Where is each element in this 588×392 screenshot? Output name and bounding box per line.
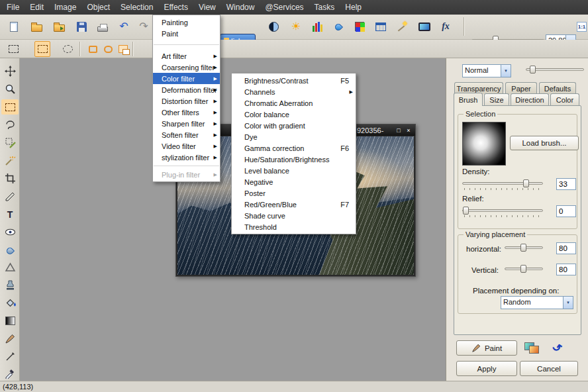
menu-item-video-filter[interactable]: Video filter▶ xyxy=(153,140,220,152)
magic-effect-button[interactable] xyxy=(393,18,411,35)
load-brush-button[interactable]: Load brush... xyxy=(510,136,579,150)
text-tool-button[interactable]: T xyxy=(1,207,19,222)
screen-view-button[interactable] xyxy=(416,18,433,35)
submenu-item-brightness-contrast[interactable]: Brightness/ContrastF5 xyxy=(232,75,356,86)
tab-direction[interactable]: Direction xyxy=(511,93,549,106)
menu-selection[interactable]: Selection xyxy=(115,0,158,15)
menu-item-painting[interactable]: Painting xyxy=(153,17,220,28)
restore-window-button[interactable]: □ xyxy=(394,126,403,134)
brush-tool-button[interactable] xyxy=(1,331,19,346)
paint-button[interactable]: Paint xyxy=(456,340,517,356)
crop-tool-button[interactable] xyxy=(1,171,19,186)
pen-tool-button[interactable] xyxy=(1,349,19,364)
rect-selection-mode-button[interactable] xyxy=(5,41,21,57)
gradient-tool-button[interactable] xyxy=(1,313,19,328)
selection-brush-tool-button[interactable] xyxy=(1,135,19,150)
save-button[interactable] xyxy=(73,18,90,35)
tab-paper[interactable]: Paper xyxy=(505,82,537,94)
placement-dropdown-arrow-icon[interactable]: ▼ xyxy=(563,297,573,309)
relief-input[interactable] xyxy=(556,205,576,217)
menu-object[interactable]: Object xyxy=(81,0,115,15)
menu-window[interactable]: Window xyxy=(221,0,260,15)
density-input[interactable] xyxy=(556,178,576,190)
submenu-item-hue-saturation-brightness[interactable]: Hue/Saturation/Brightness xyxy=(232,154,356,165)
menu-image[interactable]: Image xyxy=(49,0,81,15)
shape-option-1-button[interactable] xyxy=(85,41,101,57)
horizontal-slider-thumb[interactable] xyxy=(520,244,526,252)
menu-item-art-filter[interactable]: Art filter▶ xyxy=(153,50,220,62)
lasso-tool-button[interactable] xyxy=(1,117,19,132)
fill-tool-button[interactable] xyxy=(1,295,19,311)
table-button[interactable] xyxy=(372,18,389,35)
open-file-button[interactable] xyxy=(28,18,45,35)
close-window-button[interactable]: × xyxy=(404,126,413,134)
menu-item-deformation-filter[interactable]: Deformation filter▶ xyxy=(153,84,220,95)
density-slider[interactable] xyxy=(462,179,543,190)
submenu-item-dye[interactable]: Dye xyxy=(232,131,356,142)
color-drop-button[interactable] xyxy=(330,18,347,35)
density-slider-thumb[interactable] xyxy=(523,179,529,187)
horizontal-input[interactable] xyxy=(556,242,576,254)
menu-item-paint[interactable]: Paint xyxy=(153,28,220,39)
histogram-button[interactable] xyxy=(309,18,326,35)
shape-option-2-button[interactable] xyxy=(100,41,116,57)
menu-item-other-filters[interactable]: Other filters▶ xyxy=(153,107,220,118)
rect-select-tool-button[interactable] xyxy=(1,99,19,115)
effects-browser-button[interactable]: fx xyxy=(437,18,454,35)
submenu-item-gamma-correction[interactable]: Gamma correctionF6 xyxy=(232,142,356,154)
undo-button[interactable]: ↶ xyxy=(115,18,132,35)
brightness-button[interactable]: ☀ xyxy=(287,18,305,35)
horizontal-slider[interactable] xyxy=(505,244,543,254)
eye-tool-button[interactable] xyxy=(1,224,19,240)
submenu-item-poster[interactable]: Poster xyxy=(232,187,356,199)
stamp-tool-button[interactable] xyxy=(1,277,19,293)
menu-effects[interactable]: Effects xyxy=(158,0,193,15)
reset-button[interactable]: ↷ xyxy=(552,339,562,354)
menu-item-color-filter[interactable]: Color filter▶ xyxy=(153,73,220,84)
zoom-tool-button[interactable] xyxy=(1,81,19,97)
cancel-button[interactable]: Cancel xyxy=(520,361,578,376)
menu-edit[interactable]: Edit xyxy=(24,0,49,15)
actual-size-button[interactable]: 1:1 xyxy=(576,19,587,34)
ellipse-selection-mode-button[interactable] xyxy=(60,41,75,57)
menu-file[interactable]: File xyxy=(1,0,24,15)
brush-preview[interactable] xyxy=(462,122,506,166)
redo-button[interactable]: ↷ xyxy=(135,18,152,35)
placement-select[interactable]: Random ▼ xyxy=(501,296,573,309)
vertical-slider-thumb[interactable] xyxy=(520,265,526,273)
vertical-input[interactable] xyxy=(556,264,576,275)
menu-item-plugin-filter[interactable]: Plug-in filter▶ xyxy=(153,169,220,180)
magic-wand-tool-button[interactable] xyxy=(1,153,19,168)
new-file-button[interactable] xyxy=(5,18,23,35)
print-button[interactable] xyxy=(94,18,111,35)
tab-color[interactable]: Color xyxy=(550,93,579,106)
color-adjust-button[interactable] xyxy=(351,18,368,35)
rect-selection-active-button[interactable] xyxy=(34,41,50,57)
opacity-slider-thumb[interactable] xyxy=(530,66,536,74)
submenu-item-red-green-blue[interactable]: Red/Green/BlueF7 xyxy=(232,199,356,210)
eyedropper-tool-button[interactable] xyxy=(1,366,19,381)
menu-tasks[interactable]: Tasks xyxy=(309,0,340,15)
submenu-item-color-balance[interactable]: Color balance xyxy=(232,109,356,120)
submenu-item-negative[interactable]: Negative xyxy=(232,176,356,187)
submenu-item-shade-curve[interactable]: Shade curve xyxy=(232,210,356,221)
move-tool-button[interactable] xyxy=(1,64,19,79)
contrast-button[interactable] xyxy=(265,18,282,35)
submenu-item-chromatic-aberration[interactable]: Chromatic Aberration xyxy=(232,97,356,109)
submenu-item-level-balance[interactable]: Level balance xyxy=(232,165,356,176)
menu-item-soften-filter[interactable]: Soften filter▶ xyxy=(153,129,220,140)
relief-slider-thumb[interactable] xyxy=(463,207,469,215)
submenu-item-threshold[interactable]: Threshold xyxy=(232,221,356,232)
blend-mode-dropdown-arrow-icon[interactable]: ▼ xyxy=(501,65,511,77)
menu-item-coarsening-filter[interactable]: Coarsening filter▶ xyxy=(153,62,220,73)
tab-defaults[interactable]: Defaults xyxy=(539,82,576,94)
shape-tool-button[interactable] xyxy=(1,260,19,275)
tab-size[interactable]: Size xyxy=(484,93,509,106)
relief-slider[interactable] xyxy=(462,207,543,217)
submenu-item-channels[interactable]: Channels▶ xyxy=(232,86,356,97)
blend-mode-select[interactable]: Normal ▼ xyxy=(462,64,511,77)
menu-item-stylization-filter[interactable]: stylization filter▶ xyxy=(153,152,220,163)
menu-help[interactable]: Help xyxy=(340,0,367,15)
droplet-tool-button[interactable] xyxy=(1,242,19,258)
shape-option-3-button[interactable] xyxy=(115,41,131,57)
